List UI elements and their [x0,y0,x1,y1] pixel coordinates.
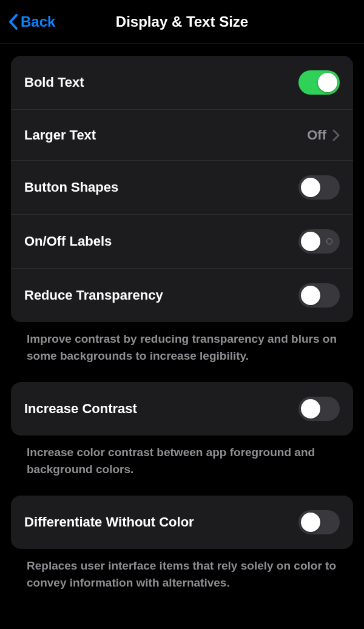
toggle-bold-text[interactable] [298,70,340,95]
toggle-knob [301,286,320,305]
row-detail: Off [307,127,340,143]
navigation-bar: Back Display & Text Size [0,0,364,44]
label-increase-contrast: Increase Contrast [24,401,137,417]
settings-group-text: Bold Text Larger Text Off Button Shapes … [11,56,353,322]
toggle-knob [301,232,320,251]
row-reduce-transparency: Reduce Transparency [11,268,353,322]
toggle-knob [301,513,320,532]
toggle-button-shapes[interactable] [298,175,340,200]
row-larger-text[interactable]: Larger Text Off [11,109,353,160]
toggle-knob [318,73,337,92]
label-reduce-transparency: Reduce Transparency [24,288,163,303]
toggle-differentiate[interactable] [298,510,340,534]
row-increase-contrast: Increase Contrast [11,382,353,436]
footer-increase-contrast: Increase color contrast between app fore… [11,436,353,477]
row-differentiate: Differentiate Without Color [11,496,353,549]
settings-group-contrast: Increase Contrast [11,382,353,436]
label-larger-text: Larger Text [24,127,96,143]
off-indicator-icon [326,238,332,244]
toggle-knob [301,178,320,197]
label-differentiate: Differentiate Without Color [24,514,194,530]
back-label: Back [21,13,55,30]
row-button-shapes: Button Shapes [11,160,353,214]
row-on-off-labels: On/Off Labels [11,214,353,268]
back-button[interactable]: Back [8,13,55,30]
toggle-reduce-transparency[interactable] [298,283,340,308]
toggle-on-off-labels[interactable] [298,229,340,254]
row-bold-text: Bold Text [11,56,353,109]
footer-differentiate: Replaces user interface items that rely … [11,549,353,591]
page-title: Display & Text Size [116,13,248,30]
footer-reduce-transparency: Improve contrast by reducing transparenc… [11,322,353,364]
settings-group-differentiate: Differentiate Without Color [11,496,353,549]
toggle-increase-contrast[interactable] [298,397,340,421]
label-button-shapes: Button Shapes [24,180,118,195]
chevron-left-icon [8,14,18,30]
value-larger-text: Off [307,127,326,143]
toggle-knob [301,399,320,419]
chevron-right-icon [332,129,340,141]
label-on-off-labels: On/Off Labels [24,234,112,249]
settings-content: Bold Text Larger Text Off Button Shapes … [0,44,364,591]
label-bold-text: Bold Text [24,75,84,90]
